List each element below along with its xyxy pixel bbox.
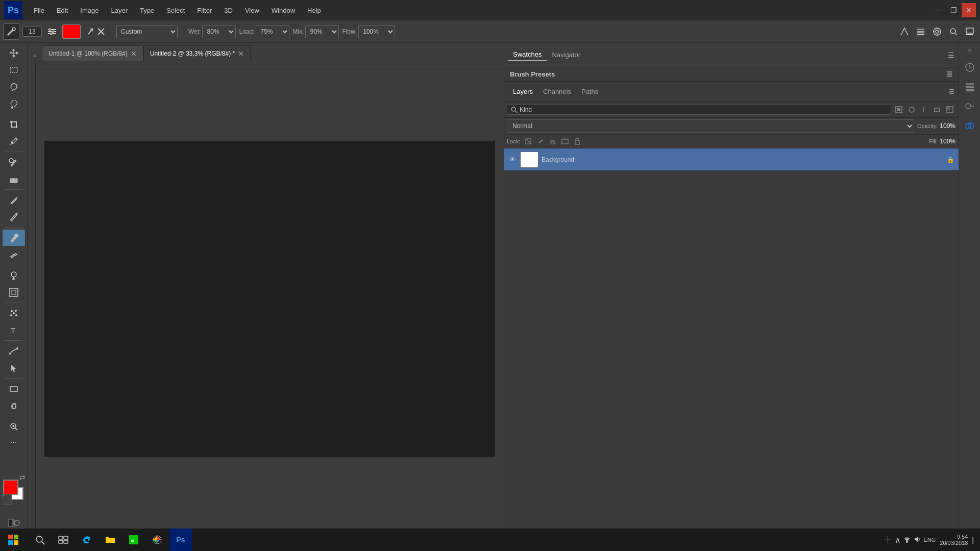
mixer-brush-tool[interactable] <box>3 230 25 246</box>
shape-tool[interactable] <box>3 381 25 397</box>
filter-text-icon[interactable]: T <box>919 104 930 115</box>
pen-pressure-icon[interactable] <box>897 24 912 39</box>
brush-tool-icon[interactable] <box>3 23 19 40</box>
eraser-tool[interactable] <box>3 171 25 187</box>
more-tools-button[interactable]: ··· <box>3 435 25 449</box>
pen-tool[interactable] <box>3 192 25 208</box>
minimize-button[interactable]: — <box>931 3 945 17</box>
crop-tool[interactable] <box>3 116 25 133</box>
collapse-right-panel[interactable]: » <box>965 45 975 55</box>
taskbar-search[interactable] <box>29 529 51 551</box>
marquee-tool[interactable] <box>3 62 25 78</box>
document-tab-1[interactable]: Untitled-1 @ 100% (RGB/8#) ✕ <box>42 45 143 61</box>
sidebar-cc-icon[interactable] <box>961 116 979 135</box>
sidebar-layers-icon[interactable] <box>961 78 979 96</box>
foreground-color-option[interactable] <box>62 24 81 39</box>
hand-tool[interactable] <box>3 397 25 414</box>
document-tab-2[interactable]: Untitled-2 @ 33,3% (RGB/8#) * ✕ <box>143 45 251 61</box>
show-desktop-button[interactable]: | <box>972 536 974 544</box>
tab-2-close[interactable]: ✕ <box>238 50 244 57</box>
start-button[interactable] <box>0 529 27 551</box>
taskbar-explorer[interactable] <box>99 529 121 551</box>
flow-dropdown[interactable]: 100% <box>358 25 395 38</box>
maximize-button[interactable]: ❐ <box>946 3 961 17</box>
frame-tool[interactable] <box>3 284 25 300</box>
dodge-tool[interactable] <box>3 267 25 284</box>
canvas-container[interactable] <box>36 61 504 537</box>
text-tool[interactable]: T <box>3 322 25 338</box>
zoom-tool[interactable] <box>3 418 25 435</box>
foreground-color-swatch[interactable] <box>3 480 18 495</box>
menu-select[interactable]: Select <box>161 5 190 16</box>
collapse-panels-left[interactable]: « <box>30 51 40 61</box>
load-dropdown[interactable]: 75% <box>256 25 289 38</box>
filter-smart-icon[interactable] <box>944 104 955 115</box>
canvas-document[interactable] <box>44 141 495 457</box>
taskbar-sound[interactable] <box>913 535 921 544</box>
tab-layers[interactable]: Layers <box>508 86 538 97</box>
menu-help[interactable]: Help <box>302 5 326 16</box>
brush-size-display[interactable]: 13 <box>22 27 42 37</box>
sidebar-properties-icon[interactable] <box>961 97 979 115</box>
tab-paths[interactable]: Paths <box>576 86 603 97</box>
reset-colors-icon[interactable]: ⬛ <box>1 494 12 505</box>
menu-window[interactable]: Window <box>266 5 300 16</box>
tab-1-close[interactable]: ✕ <box>131 50 137 57</box>
move-tool[interactable] <box>3 45 25 61</box>
swatches-panel-menu[interactable]: ☰ <box>948 51 954 59</box>
layer-item-background[interactable]: 👁 Background 🔒 <box>504 148 959 171</box>
switch-colors-icon[interactable]: ⇄ <box>19 473 26 482</box>
scatter-tool[interactable] <box>3 305 25 321</box>
taskbar-photoshop[interactable]: Ps <box>169 529 192 551</box>
lock-pixel-button[interactable] <box>535 136 546 146</box>
tab-navigator[interactable]: Navigator <box>547 49 585 61</box>
menu-3d[interactable]: 3D <box>219 5 238 16</box>
taskbar-network[interactable] <box>903 535 911 544</box>
smudge-tool[interactable] <box>3 246 25 263</box>
workspace-icon[interactable] <box>963 24 977 39</box>
spot-healing-tool[interactable] <box>3 154 25 170</box>
target-icon[interactable] <box>930 24 944 39</box>
taskbar-chevron[interactable]: ∧ <box>895 535 901 545</box>
menu-view[interactable]: View <box>240 5 264 16</box>
taskbar-edge[interactable] <box>76 529 98 551</box>
layers-kind-input[interactable] <box>520 106 560 113</box>
menu-file[interactable]: File <box>29 5 50 16</box>
layer-visibility-eye[interactable]: 👁 <box>508 155 517 164</box>
layers-panel-menu[interactable]: ☰ <box>949 88 954 95</box>
tab-channels[interactable]: Channels <box>538 86 576 97</box>
menu-filter[interactable]: Filter <box>192 5 217 16</box>
close-button[interactable]: ✕ <box>962 3 976 17</box>
brush-preset-dropdown[interactable]: Custom <box>116 25 178 38</box>
lock-artboard-button[interactable] <box>560 136 570 146</box>
taskbar-power[interactable]: ≡ <box>122 529 145 551</box>
blend-mode-dropdown[interactable]: Normal <box>507 119 914 133</box>
opacity-value[interactable]: 100% <box>940 122 955 130</box>
menu-layer[interactable]: Layer <box>106 5 133 16</box>
eraser-pen-tool[interactable] <box>3 209 25 225</box>
filter-pixel-icon[interactable] <box>893 104 904 115</box>
quick-mask-button[interactable] <box>5 516 23 530</box>
menu-image[interactable]: Image <box>75 5 104 16</box>
filter-shape-icon[interactable] <box>932 104 943 115</box>
search-icon[interactable] <box>946 24 961 39</box>
fill-value[interactable]: 100% <box>940 138 955 145</box>
tab-swatches[interactable]: Swatches <box>508 48 547 61</box>
sidebar-history-icon[interactable] <box>961 58 979 77</box>
taskbar-chrome[interactable] <box>146 529 168 551</box>
taskbar-task-view[interactable] <box>52 529 75 551</box>
lock-position-button[interactable] <box>548 136 558 146</box>
wet-dropdown[interactable]: 80% <box>202 25 236 38</box>
pointer-tool[interactable] <box>3 360 25 376</box>
lock-all-button[interactable] <box>572 136 582 146</box>
lasso-tool[interactable] <box>3 79 25 95</box>
layers-icon[interactable] <box>914 24 928 39</box>
menu-type[interactable]: Type <box>135 5 159 16</box>
brush-presets-menu[interactable]: ☰ <box>946 70 952 78</box>
pen-path-tool[interactable] <box>3 343 25 359</box>
eyedropper-tool[interactable] <box>3 133 25 149</box>
lock-transparent-button[interactable] <box>523 136 533 146</box>
brush-settings-icon[interactable] <box>45 24 59 39</box>
filter-adjustment-icon[interactable] <box>906 104 917 115</box>
mix-dropdown[interactable]: 90% <box>305 25 339 38</box>
